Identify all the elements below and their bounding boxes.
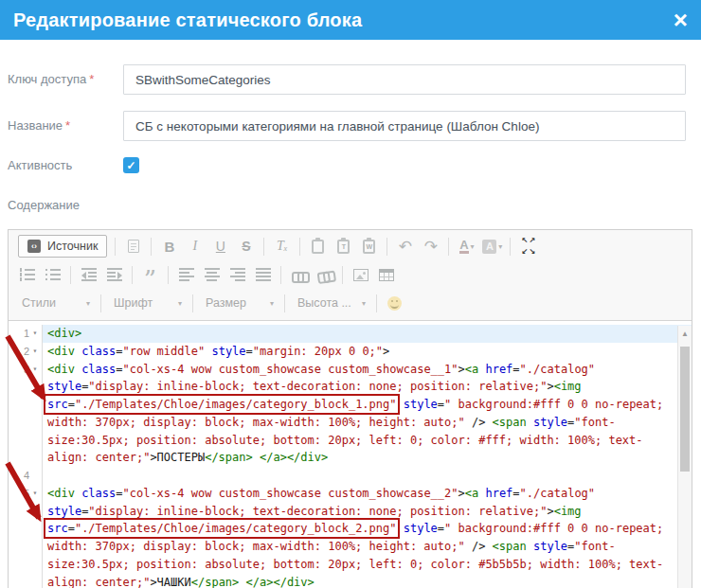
code-token: <span <box>493 540 527 553</box>
paste-plain-text-icon[interactable]: T <box>332 235 355 258</box>
code-token: <img <box>554 380 582 393</box>
close-icon[interactable]: × <box>674 8 688 32</box>
decrease-indent-icon[interactable] <box>77 263 100 286</box>
code-gutter-cell <box>9 538 43 556</box>
unlink-icon[interactable] <box>313 263 336 286</box>
code-row: width: 370px; display: block; max-width:… <box>9 538 692 556</box>
code-token: style <box>47 380 81 393</box>
link-icon[interactable] <box>287 263 311 286</box>
numbered-list-icon[interactable] <box>15 263 39 286</box>
image-icon[interactable] <box>349 263 372 286</box>
content-editor: ‹›ИсточникBIUSTₓTW↶↷A▾A▾↖↗↙↘”Стили▾Шрифт… <box>8 229 692 588</box>
code-token: class <box>81 345 116 358</box>
line-number: 5 <box>9 485 29 503</box>
redo-icon[interactable]: ↷ <box>419 235 442 258</box>
font-select-label: Шрифт <box>114 296 153 310</box>
code-token: </span> <box>191 576 240 588</box>
toolbar-separator <box>168 266 169 284</box>
code-token: "./Templates/Chloe/images/category_block… <box>75 398 397 411</box>
code-gutter-cell: 1▾ <box>9 325 43 343</box>
line-height-select[interactable]: Высота ...▾ <box>290 296 371 310</box>
code-gutter-cell: 4 <box>9 467 43 485</box>
code-token: <a <box>465 363 478 376</box>
code-token: "col-xs-4 wow custom_showcase custom_sho… <box>123 487 458 500</box>
code-token: style <box>404 398 438 411</box>
code-token: = <box>512 363 519 376</box>
toolbar-row: ” <box>9 260 692 289</box>
bulleted-list-icon[interactable] <box>41 263 64 286</box>
text-color-icon[interactable]: A▾ <box>455 235 478 258</box>
access-key-input[interactable] <box>123 64 686 95</box>
code-token: = <box>116 487 122 500</box>
smiley-icon[interactable] <box>383 292 406 314</box>
source-button[interactable]: ‹›Источник <box>18 235 107 258</box>
code-token: > <box>547 505 553 518</box>
underline-icon[interactable]: U <box>208 235 232 258</box>
arrow-glyph: ↖ <box>521 237 529 244</box>
align-right-icon[interactable] <box>225 263 249 286</box>
code-line: size:30.5px; position: absolute; bottom:… <box>43 432 692 450</box>
code-token: "display: inline-block; text-decoration:… <box>88 505 547 518</box>
toolbar-separator <box>386 238 387 256</box>
code-row: 4 <box>9 467 692 485</box>
code-token: <div <box>47 345 75 358</box>
code-row: size:30.5px; position: absolute; bottom:… <box>9 556 692 574</box>
code-token: <a <box>465 487 478 500</box>
access-key-row: Ключ доступа* <box>8 64 686 95</box>
scrollbar-thumb[interactable] <box>680 347 690 472</box>
align-center-icon[interactable] <box>200 263 224 286</box>
undo-icon[interactable]: ↶ <box>393 235 417 258</box>
toolbar-separator <box>70 266 71 284</box>
code-token: style <box>533 416 567 429</box>
maximize-icon[interactable]: ↖↗↙↘ <box>516 235 540 258</box>
code-token: <span <box>493 416 527 429</box>
code-token: "col-xs-4 wow custom_showcase custom_sho… <box>123 363 458 376</box>
line-number: 1 <box>9 325 29 343</box>
code-line: width: 370px; display: block; max-width:… <box>43 414 692 432</box>
editor-scrollbar[interactable]: ▲ <box>677 326 692 588</box>
activity-checkbox[interactable]: ✓ <box>123 157 139 173</box>
code-gutter-cell: 5▾ <box>9 485 43 503</box>
code-row: 1▾<div> <box>9 325 692 343</box>
code-token <box>253 451 260 464</box>
code-row: align: center;">ПОСТЕРЫ</span> </a></div… <box>9 449 692 467</box>
name-input[interactable] <box>123 111 686 141</box>
code-token: > <box>458 487 465 500</box>
background-color-icon[interactable]: A▾ <box>480 235 504 258</box>
align-left-icon[interactable] <box>174 263 198 286</box>
blockquote-icon[interactable]: ” <box>138 263 162 286</box>
toolbar-separator <box>448 238 449 256</box>
letter-glyph: A <box>459 239 468 254</box>
paste-icon[interactable] <box>306 235 330 258</box>
code-gutter-cell <box>9 574 43 588</box>
increase-indent-icon[interactable] <box>102 263 126 286</box>
code-token: > <box>547 380 553 393</box>
italic-icon[interactable]: I <box>183 235 207 258</box>
code-token <box>239 576 245 588</box>
line-height-select-label: Высота ... <box>297 296 351 310</box>
toolbar-separator <box>115 238 116 256</box>
scroll-up-icon[interactable]: ▲ <box>678 330 692 338</box>
align-justify-icon[interactable] <box>251 263 275 286</box>
styles-select[interactable]: Стили▾ <box>14 296 96 310</box>
remove-format-icon[interactable]: Tₓ <box>270 235 294 258</box>
code-token: <img <box>554 505 582 518</box>
code-row: align: center;">ЧАШКИ</span> </a></div> <box>9 574 692 588</box>
code-line: style="display: inline-block; text-decor… <box>43 503 692 521</box>
code-token: "./catalog" <box>520 487 595 500</box>
code-token: " background:#fff 0 0 no-repeat; <box>444 398 663 411</box>
table-icon[interactable] <box>374 263 398 286</box>
static-block-form: Ключ доступа* Название* Активность ✓ Сод… <box>0 40 701 212</box>
code-row: style="display: inline-block; text-decor… <box>9 503 692 521</box>
code-gutter-cell <box>9 414 43 432</box>
paste-from-word-icon[interactable]: W <box>357 235 381 258</box>
toolbar-separator <box>376 294 377 312</box>
bold-icon[interactable]: B <box>157 235 181 258</box>
templates-icon[interactable] <box>121 235 145 258</box>
size-select[interactable]: Размер▾ <box>198 296 279 310</box>
code-area[interactable]: 1▾<div>2▾<div class="row middle" style="… <box>9 321 692 588</box>
code-row: src="./Templates/Chloe/images/category_b… <box>9 396 692 414</box>
name-label: Название* <box>8 111 123 133</box>
strikethrough-icon[interactable]: S <box>234 235 258 258</box>
font-select[interactable]: Шрифт▾ <box>106 296 188 310</box>
